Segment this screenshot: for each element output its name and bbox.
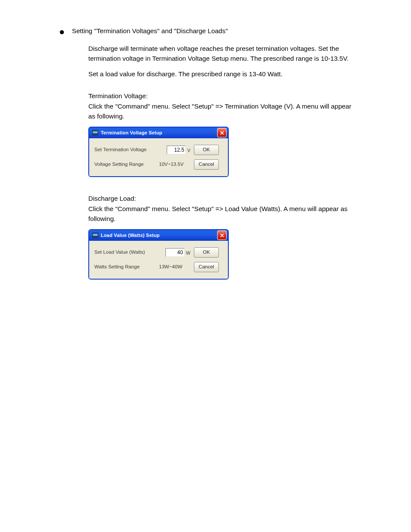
load-value-input[interactable] <box>165 248 184 257</box>
dialog-body: Set Termination Voltage V OK Voltage Set… <box>89 138 228 176</box>
close-button[interactable] <box>217 230 227 240</box>
dialog-title: Load Value (Watts) Setup <box>101 232 217 239</box>
bullet-item: ● Setting "Termination Voltages" and "Di… <box>58 26 360 38</box>
paragraph: Set a load value for discharge. The pres… <box>88 69 355 79</box>
cancel-button[interactable]: Cancel <box>194 159 219 170</box>
termination-voltage-input[interactable] <box>167 146 186 154</box>
load-value-dialog: Load Value (Watts) Setup Set Load Value … <box>88 229 229 280</box>
text-line: Termination Voltage: <box>88 92 148 100</box>
set-load-label: Set Load Value (Watts) <box>94 249 155 256</box>
load-range-label: Watts Setting Range <box>94 263 155 271</box>
set-voltage-label: Set Termination Voltage <box>94 146 155 154</box>
document-page: ● Setting "Termination Voltages" and "Di… <box>58 0 360 280</box>
dialog-title: Termination Voltage Setup <box>101 129 217 137</box>
dialog-figure: Load Value (Watts) Setup Set Load Value … <box>88 229 360 280</box>
svg-rect-5 <box>93 234 98 236</box>
bullet-marker: ● <box>58 26 72 38</box>
ok-button[interactable]: OK <box>194 247 219 258</box>
voltage-range-label: Voltage Setting Range <box>94 161 155 168</box>
load-range-value: 13W~40W <box>158 263 190 271</box>
cancel-button[interactable]: Cancel <box>194 262 219 272</box>
svg-rect-1 <box>93 131 98 134</box>
dialog-figure: Termination Voltage Setup Set Terminatio… <box>88 127 360 177</box>
dialog-body: Set Load Value (Watts) W OK Watts Settin… <box>89 241 228 279</box>
voltage-range-value: 10V~13.5V <box>158 161 190 168</box>
paragraph: Termination Voltage: Click the "Command"… <box>88 91 355 121</box>
app-icon <box>92 232 99 239</box>
dialog-titlebar: Termination Voltage Setup <box>89 128 228 138</box>
close-button[interactable] <box>217 128 227 137</box>
ok-button[interactable]: OK <box>194 145 219 155</box>
unit-label: V <box>187 147 190 154</box>
termination-voltage-dialog: Termination Voltage Setup Set Terminatio… <box>88 127 229 177</box>
voltage-input-cell: V <box>158 146 190 154</box>
bullet-text: Setting "Termination Voltages" and "Disc… <box>72 26 360 36</box>
text-line: Click the "Command" menu. Select "Setup"… <box>88 205 348 223</box>
text-line: Discharge Load: <box>88 195 136 202</box>
paragraph: Discharge will terminate when voltage re… <box>88 44 355 64</box>
dialog-titlebar: Load Value (Watts) Setup <box>89 230 228 241</box>
text-line: Click the "Command" menu. Select "Setup"… <box>88 103 352 120</box>
paragraph: Discharge Load: Click the "Command" menu… <box>88 193 355 224</box>
load-input-cell: W <box>158 248 190 257</box>
app-icon <box>92 129 99 136</box>
unit-label: W <box>186 249 190 257</box>
